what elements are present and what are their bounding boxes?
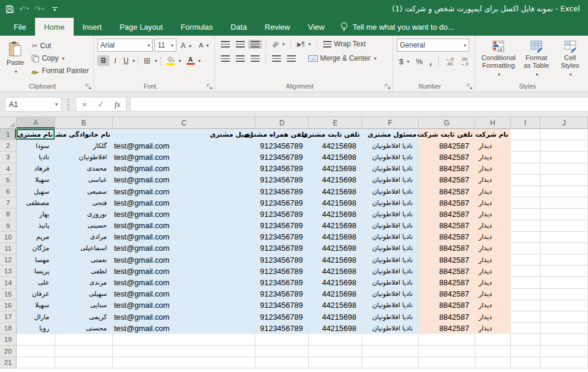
wrap-text-button[interactable]: Wrap Text — [321, 39, 368, 49]
cell-G18[interactable]: 8842587 — [419, 323, 475, 334]
cell-F19[interactable] — [362, 334, 419, 345]
align-top-button[interactable] — [219, 40, 232, 49]
cell-H6[interactable]: دیدار — [475, 186, 511, 197]
cell-B9[interactable]: حسینی — [55, 220, 113, 232]
cell-I13[interactable] — [511, 266, 540, 277]
cell-E19[interactable] — [309, 334, 362, 345]
name-box[interactable]: A1 ▾ — [5, 97, 62, 112]
column-header-E[interactable]: E — [309, 117, 362, 129]
row-header-17[interactable]: 17 — [0, 311, 17, 323]
cell-E3[interactable]: 44215698 — [309, 152, 362, 163]
cell-F18[interactable]: نادیا افلاطونیان — [362, 323, 419, 334]
cell-F5[interactable]: نادیا افلاطونیان — [362, 175, 419, 186]
cell-G17[interactable]: 8842587 — [419, 311, 475, 323]
cell-D2[interactable]: 9123456789 — [255, 140, 309, 152]
cut-button[interactable]: ✂ Cut — [29, 40, 91, 51]
cell-A3[interactable]: نادیا — [17, 152, 55, 163]
row-header-18[interactable]: 18 — [0, 323, 17, 334]
align-middle-button[interactable] — [233, 40, 247, 49]
cell-D7[interactable]: 9123456789 — [255, 197, 309, 209]
row-header-8[interactable]: 8 — [0, 209, 17, 220]
cell-J18[interactable] — [540, 323, 588, 334]
cell-I2[interactable] — [511, 140, 540, 152]
cell-J21[interactable] — [540, 357, 588, 368]
fill-handle[interactable] — [15, 138, 18, 141]
column-header-D[interactable]: D — [255, 117, 309, 129]
redo-icon[interactable]: ↷▾ — [34, 5, 45, 13]
cell-F4[interactable]: نادیا افلاطونیان — [362, 163, 419, 175]
cell-J12[interactable] — [540, 254, 588, 266]
underline-button[interactable]: U — [121, 55, 131, 66]
cell-C18[interactable]: test@gmail.com — [113, 323, 255, 334]
cell-E2[interactable]: 44215698 — [309, 140, 362, 152]
cell-D12[interactable]: 9123456789 — [255, 254, 309, 266]
cell-G11[interactable]: 8842587 — [419, 243, 475, 254]
cell-E5[interactable]: 44215698 — [309, 175, 362, 186]
cell-I9[interactable] — [511, 220, 540, 232]
cell-styles-button[interactable]: Cell Styles ▾ — [555, 39, 586, 81]
cell-J8[interactable] — [540, 209, 588, 220]
cell-A5[interactable]: سهیلا — [17, 175, 55, 186]
cell-G19[interactable] — [419, 334, 475, 345]
cell-E21[interactable] — [309, 357, 362, 368]
column-header-J[interactable]: J — [540, 117, 588, 129]
cell-H8[interactable]: دیدار — [475, 209, 511, 220]
align-bottom-button[interactable] — [248, 40, 262, 49]
confirm-entry-icon[interactable]: ✓ — [97, 100, 104, 109]
cell-B6[interactable]: سمیعی — [55, 186, 113, 197]
column-header-B[interactable]: B — [55, 117, 113, 129]
font-size-combo[interactable]: 11 ▾ — [154, 39, 176, 52]
percent-format-button[interactable]: % — [413, 56, 425, 67]
cell-C15[interactable]: test@gmail.com — [113, 289, 255, 300]
cell-G1[interactable]: تلفن ثابت شرکت — [419, 129, 475, 140]
cell-I8[interactable] — [511, 209, 540, 220]
cell-J11[interactable] — [540, 243, 588, 254]
cell-D14[interactable]: 9123456789 — [255, 277, 309, 288]
cell-J19[interactable] — [540, 334, 588, 345]
alignment-dialog-launcher-icon[interactable] — [385, 84, 391, 90]
cell-I17[interactable] — [511, 311, 540, 323]
cell-F9[interactable]: نادیا افلاطونیان — [362, 220, 419, 232]
cell-A17[interactable]: مارال — [17, 311, 55, 323]
tab-insert[interactable]: Insert — [74, 18, 111, 36]
cell-A14[interactable]: علی — [17, 277, 55, 288]
cell-C5[interactable]: test@gmail.com — [113, 175, 255, 186]
currency-format-button[interactable]: $ ▾ — [397, 56, 412, 67]
cell-H2[interactable]: دیدار — [475, 140, 511, 152]
cell-B5[interactable]: عباسی — [55, 175, 113, 186]
select-all-corner[interactable] — [0, 117, 17, 129]
cell-I20[interactable] — [511, 346, 540, 357]
tab-file[interactable]: File — [5, 18, 35, 36]
cell-E12[interactable]: 44215698 — [309, 254, 362, 266]
cell-E17[interactable]: 44215698 — [309, 311, 362, 323]
cell-E13[interactable]: 44215698 — [309, 266, 362, 277]
cell-C7[interactable]: test@gmail.com — [113, 197, 255, 209]
bold-button[interactable]: B — [97, 55, 109, 66]
cell-E15[interactable]: 44215698 — [309, 289, 362, 300]
cell-C6[interactable]: test@gmail.com — [113, 186, 255, 197]
cell-F20[interactable] — [362, 346, 419, 357]
decrease-indent-button[interactable] — [270, 54, 283, 63]
cell-A18[interactable]: رویا — [17, 323, 55, 334]
cell-D5[interactable]: 9123456789 — [255, 175, 309, 186]
cell-B18[interactable]: محسنی — [55, 323, 113, 334]
cell-C14[interactable]: test@gmail.com — [113, 277, 255, 288]
cell-D11[interactable]: 9123456789 — [255, 243, 309, 254]
cell-J4[interactable] — [540, 163, 588, 175]
cell-F13[interactable]: نادیا افلاطونیان — [362, 266, 419, 277]
cell-J9[interactable] — [540, 220, 588, 232]
cell-C2[interactable]: test@gmail.com — [113, 140, 255, 152]
cell-F21[interactable] — [362, 357, 419, 368]
cell-B10[interactable]: مرادی — [55, 232, 113, 243]
cell-H18[interactable]: دیدار — [475, 323, 511, 334]
cell-D1[interactable]: تلفن همراه مشتری — [255, 129, 309, 140]
cell-G16[interactable]: 8842587 — [419, 300, 475, 311]
cell-B17[interactable]: کریمی — [55, 311, 113, 323]
cell-H20[interactable] — [475, 346, 511, 357]
cell-D17[interactable]: 9123456789 — [255, 311, 309, 323]
cell-J3[interactable] — [540, 152, 588, 163]
cell-A12[interactable]: مهسا — [17, 254, 55, 266]
save-icon[interactable] — [6, 5, 14, 13]
cell-B4[interactable]: محمدی — [55, 163, 113, 175]
cell-E9[interactable]: 44215698 — [309, 220, 362, 232]
